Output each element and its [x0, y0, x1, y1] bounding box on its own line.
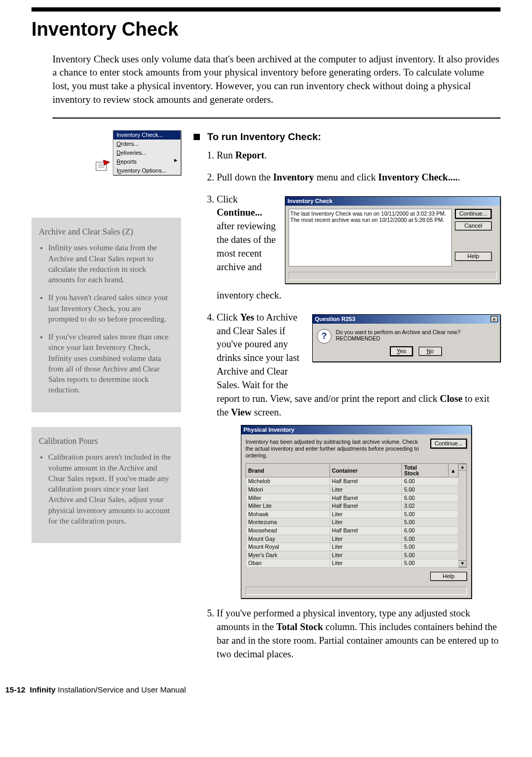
- step-text: after reviewing the dates of the most re…: [217, 221, 276, 272]
- continue-button[interactable]: Continue...: [430, 439, 467, 449]
- cell-total-stock[interactable]: 6.00: [402, 526, 459, 535]
- cell-container: Half Barrel: [329, 526, 402, 535]
- cell-total-stock[interactable]: 3.02: [402, 502, 459, 510]
- cell-total-stock[interactable]: 6.00: [402, 477, 459, 486]
- cell-brand: Myer's Dark: [246, 551, 330, 559]
- inventory-menu: Inventory Check... Orders... Deliveries.…: [113, 130, 181, 175]
- cell-brand: Oban: [246, 559, 330, 568]
- close-icon[interactable]: ×: [491, 316, 498, 322]
- cell-container: Half Barrel: [329, 477, 402, 486]
- help-button[interactable]: Help: [430, 572, 467, 581]
- step-text: Click: [217, 194, 238, 205]
- dialog-message-area: The last Inventory Check was run on 10/1…: [289, 209, 452, 266]
- footer-product: Infinity: [30, 685, 56, 694]
- step-1: Run Report.: [217, 149, 501, 163]
- physical-inventory-dialog: Physical Inventory Inventory has been ad…: [241, 425, 472, 599]
- step-bold: Continue...: [217, 207, 262, 218]
- step-text: Pull down the: [217, 172, 273, 183]
- table-row: MooseheadHalf Barrel6.00: [246, 526, 459, 535]
- sidebar-title: Calibration Pours: [39, 435, 173, 447]
- table-row: MohawkLiter5.00: [246, 510, 459, 518]
- table-row: Mount GayLiter5.00: [246, 535, 459, 543]
- menu-item-inventory-options[interactable]: Inventory Options...: [113, 166, 180, 175]
- cell-brand: Miller Lite: [246, 502, 330, 510]
- step-text: inventory check.: [217, 290, 281, 301]
- cell-total-stock[interactable]: 5.00: [402, 543, 459, 551]
- cell-brand: Moosehead: [246, 526, 330, 535]
- inventory-check-dialog: Inventory Check The last Inventory Check…: [285, 196, 501, 284]
- procedure-heading: To run Inventory Check:: [194, 130, 501, 144]
- status-bar: [246, 587, 467, 595]
- step-text: .: [264, 150, 267, 161]
- page-footer: 15-12 Infinity Installation/Service and …: [5, 685, 501, 695]
- cell-container: Liter: [329, 518, 402, 527]
- sidebar-item: Calibration pours aren't included in the…: [48, 452, 173, 526]
- dialog-instructions: Inventory has been adjusted by subtracti…: [246, 439, 426, 459]
- yes-button[interactable]: Yes: [390, 346, 413, 356]
- step-2: Pull down the Inventory menu and click I…: [217, 171, 501, 185]
- no-button[interactable]: No: [419, 347, 442, 356]
- procedure-heading-text: To run Inventory Check:: [207, 131, 321, 142]
- separator-rule: [52, 118, 501, 119]
- cell-container: Half Barrel: [329, 502, 402, 510]
- cell-container: Liter: [329, 510, 402, 518]
- table-row: MichelobHalf Barrel6.00: [246, 477, 459, 486]
- dialog-line: The last Inventory Check was run on 10/1…: [290, 210, 450, 217]
- question-dialog: Question R253 × ? Do you want to perform…: [312, 314, 501, 362]
- step-text: menu and click: [314, 172, 378, 183]
- cell-total-stock[interactable]: 5.00: [402, 510, 459, 518]
- dialog-titlebar: Physical Inventory: [241, 425, 471, 434]
- col-container[interactable]: Container: [329, 464, 402, 477]
- cell-total-stock[interactable]: 5.00: [402, 559, 459, 568]
- sidebar-title: Archive and Clear Sales (Z): [39, 226, 173, 238]
- scrollbar[interactable]: ▲ ▼: [459, 463, 467, 568]
- step-bold: Yes: [240, 312, 254, 323]
- note-icon: [95, 159, 111, 173]
- cell-total-stock[interactable]: 5.00: [402, 485, 459, 494]
- sort-indicator-icon[interactable]: ▲: [448, 464, 458, 477]
- cell-brand: Miller: [246, 494, 330, 502]
- sidebar-item: If you've cleared sales more than once s…: [48, 332, 173, 396]
- dialog-titlebar: Question R253 ×: [313, 315, 500, 324]
- dialog-title: Inventory Check: [288, 198, 333, 205]
- scroll-up-icon[interactable]: ▲: [459, 464, 466, 471]
- table-row: Miller LiteHalf Barrel3.02: [246, 502, 459, 510]
- dialog-title: Physical Inventory: [243, 427, 294, 433]
- table-row: MidoriLiter5.00: [246, 485, 459, 494]
- menu-item-orders[interactable]: Orders...: [113, 140, 180, 148]
- table-row: MontezumaLiter5.00: [246, 518, 459, 527]
- dialog-title: Question R253: [315, 316, 355, 323]
- step-text: screen.: [252, 407, 282, 418]
- menu-item-reports[interactable]: Reports▶: [113, 157, 180, 166]
- cell-brand: Mount Royal: [246, 543, 330, 551]
- cell-total-stock[interactable]: 5.00: [402, 535, 459, 543]
- step-text: Run: [217, 150, 235, 161]
- cancel-button[interactable]: Cancel: [455, 221, 492, 230]
- table-row: Mount RoyalLiter5.00: [246, 543, 459, 551]
- menu-item-deliveries[interactable]: Deliveries...: [113, 148, 180, 157]
- menu-item-inventory-check[interactable]: Inventory Check...: [113, 131, 180, 140]
- cell-brand: Michelob: [246, 477, 330, 486]
- cell-total-stock[interactable]: 5.00: [402, 518, 459, 527]
- sidebar-item: Infinity uses volume data from the Archi…: [48, 242, 173, 285]
- step-text: .: [457, 172, 460, 183]
- page-title: Inventory Check: [31, 17, 501, 42]
- step-5: If you've performed a physical inventory…: [217, 607, 501, 662]
- sidebar-item: If you haven't cleared sales since your …: [48, 292, 173, 324]
- scroll-down-icon[interactable]: ▼: [459, 560, 466, 567]
- cell-container: Liter: [329, 535, 402, 543]
- col-brand[interactable]: Brand: [246, 464, 330, 477]
- step-bold: Close: [440, 393, 462, 404]
- cell-brand: Montezuma: [246, 518, 330, 527]
- square-bullet-icon: [194, 134, 200, 140]
- cell-total-stock[interactable]: 5.00: [402, 551, 459, 559]
- step-text: Click: [217, 312, 240, 323]
- continue-button[interactable]: Continue...: [455, 209, 492, 219]
- dialog-line: The most recent archive was run on 10/12…: [290, 217, 450, 223]
- help-button[interactable]: Help: [455, 252, 492, 261]
- cell-brand: Midori: [246, 485, 330, 494]
- cell-total-stock[interactable]: 6.00: [402, 494, 459, 502]
- top-rule: [31, 7, 501, 12]
- col-total-stock[interactable]: TotalStock: [402, 464, 448, 477]
- cell-container: Liter: [329, 551, 402, 559]
